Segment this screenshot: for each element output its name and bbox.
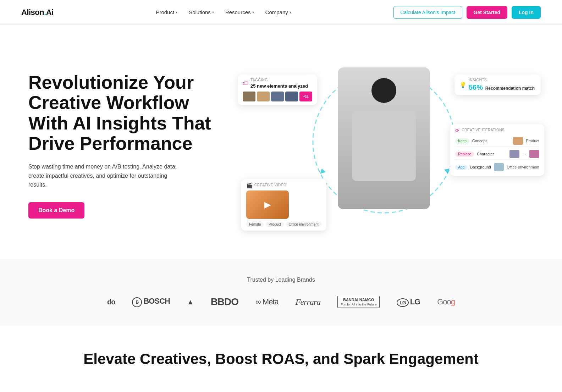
iterations-icon: ⟳ [455, 128, 459, 133]
login-button[interactable]: Log In [512, 6, 541, 19]
tag-icon: 🏷 [243, 80, 248, 87]
thumb-3 [271, 92, 284, 101]
chevron-down-icon: ▾ [212, 10, 214, 14]
logo-do: do [107, 298, 115, 306]
lightbulb-icon: 💡 [459, 82, 467, 88]
logo-lg: LGLG [397, 297, 420, 307]
logo-meta: ∞ Meta [255, 297, 279, 307]
insights-card: 💡 INSIGHTS 56% Recommendation match [454, 74, 541, 95]
hero-illustration: 🏷 TAGGING 25 new elements analyzed +21 💡… [227, 53, 541, 238]
arrow-right-icon: → [522, 151, 527, 156]
video-icon: 🎬 [246, 183, 252, 188]
elevate-section: Elevate Creatives, Boost ROAS, and Spark… [0, 326, 562, 382]
elevate-title: Elevate Creatives, Boost ROAS, and Spark… [21, 350, 541, 368]
logo-bandainamco: BANDAI NAMCOFun for All into the Future [337, 296, 380, 308]
trusted-section: Trusted by Leading Brands do BBOSCH ▲ BB… [0, 259, 562, 326]
video-tags: Female Product Office environment [246, 222, 321, 227]
iteration-row-replace: Replace Character → [455, 149, 539, 160]
thumbnail-row: +21 [243, 92, 312, 101]
creative-iterations-card: ⟳ CREATIVE ITERATIONS Keep Concept Produ… [450, 124, 544, 176]
chevron-down-icon: ▾ [252, 10, 254, 14]
get-started-button[interactable]: Get Started [467, 6, 507, 19]
nav-actions: Calculate Alison's Impact Get Started Lo… [393, 6, 541, 19]
insight-value: Recommendation match [485, 86, 535, 91]
nav-resources[interactable]: Resources ▾ [225, 9, 254, 15]
logo-ferrara: Ferrara [296, 297, 320, 307]
thumb-4 [285, 92, 298, 101]
logo-bbdo: BBDO [211, 296, 238, 308]
nav-solutions[interactable]: Solutions ▾ [189, 9, 214, 15]
thumb-more: +21 [299, 92, 312, 101]
chevron-down-icon: ▾ [176, 10, 177, 14]
play-icon: ▶ [264, 200, 271, 210]
hero-section: Revolutionize Your Creative Workflow Wit… [0, 25, 562, 259]
navbar: Alison.Ai Product ▾ Solutions ▾ Resource… [0, 0, 562, 25]
insight-percent: 56% [469, 83, 483, 91]
nav-product[interactable]: Product ▾ [156, 9, 177, 15]
logo-google: Goog [437, 297, 455, 307]
nav-company[interactable]: Company ▾ [265, 9, 291, 15]
tagging-card: 🏷 TAGGING 25 new elements analyzed +21 [238, 74, 317, 105]
calculate-impact-button[interactable]: Calculate Alison's Impact [393, 6, 462, 19]
thumb-1 [243, 92, 255, 101]
person-image [338, 67, 430, 209]
logo[interactable]: Alison.Ai [21, 8, 54, 17]
iteration-row-add: Add Background Office environment [455, 162, 539, 172]
iteration-row-keep: Keep Concept Product [455, 136, 539, 147]
video-thumbnail: ▶ [246, 191, 289, 219]
logo-mitsubishi: ▲ [187, 298, 194, 306]
hero-left: Revolutionize Your Creative Workflow Wit… [28, 72, 213, 219]
logo-bosch: BBOSCH [132, 297, 170, 307]
nav-links: Product ▾ Solutions ▾ Resources ▾ Compan… [156, 9, 291, 15]
book-demo-button[interactable]: Book a Demo [28, 202, 84, 219]
trusted-title: Trusted by Leading Brands [21, 277, 541, 283]
thumb-2 [257, 92, 270, 101]
creative-video-card: 🎬 CREATIVE VIDEO ▶ Female Product Office… [241, 179, 326, 231]
logos-row: do BBOSCH ▲ BBDO ∞ Meta Ferrara BANDAI N… [21, 296, 541, 308]
hero-subtitle: Stop wasting time and money on A/B testi… [28, 162, 177, 189]
chevron-down-icon: ▾ [290, 10, 291, 14]
hero-title: Revolutionize Your Creative Workflow Wit… [28, 72, 213, 154]
